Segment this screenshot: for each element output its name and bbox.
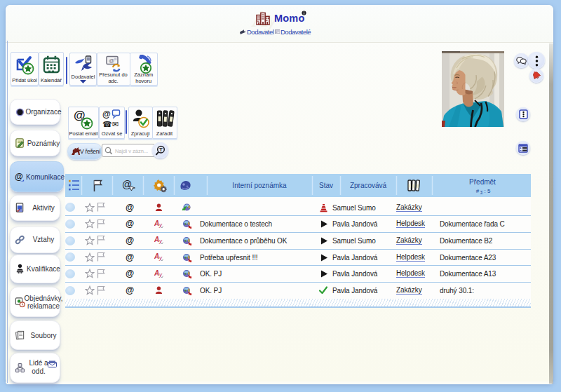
svg-text:☎: ☎ — [102, 120, 112, 128]
svg-text:Zpracovává: Zpracovává — [350, 182, 387, 189]
svg-text:@: @ — [102, 109, 111, 119]
svg-text:✉: ✉ — [112, 120, 119, 128]
svg-text:#: # — [476, 188, 480, 194]
svg-text:Σ: Σ — [480, 190, 484, 195]
svg-text:: 5: : 5 — [485, 188, 491, 194]
svg-text:T: T — [159, 147, 163, 153]
svg-text:Předmět: Předmět — [469, 178, 496, 186]
svg-text:Interní poznámka: Interní poznámka — [232, 182, 287, 189]
svg-text:Stav: Stav — [319, 182, 333, 189]
svg-text:@: @ — [15, 172, 23, 182]
svg-text:@: @ — [109, 58, 114, 64]
